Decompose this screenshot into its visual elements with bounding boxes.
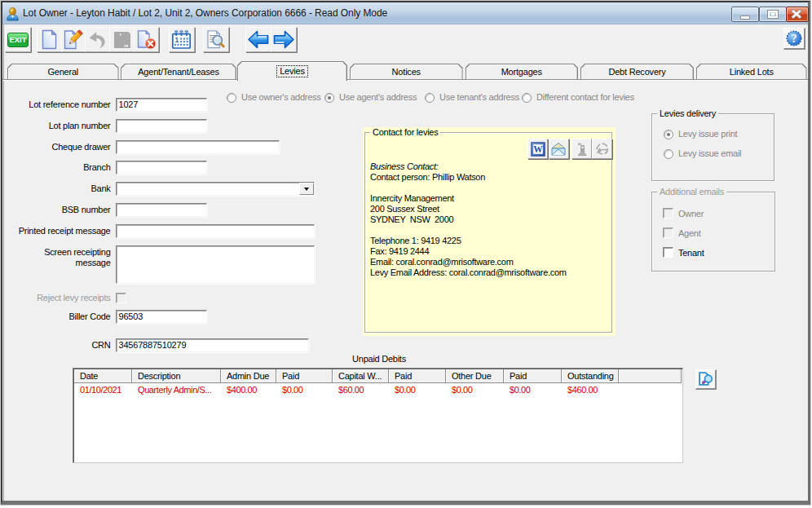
column-header-capital-works[interactable]: Capital W... [333, 369, 389, 383]
tab-general[interactable]: General [7, 64, 119, 79]
svg-text:W: W [533, 144, 543, 154]
tab-mortgages[interactable]: Mortgages [466, 64, 579, 79]
contact-details: Business Contact: Contact person: Philli… [370, 161, 610, 278]
delete-button[interactable] [134, 27, 159, 52]
column-header-other-due[interactable]: Other Due [446, 369, 504, 383]
cell-admin-due: $400.00 [221, 383, 276, 396]
new-button[interactable] [37, 27, 62, 52]
agent-checkbox[interactable] [663, 227, 673, 238]
minimize-button[interactable] [731, 7, 759, 22]
lot-plan-number-field[interactable] [116, 119, 207, 133]
edit-button[interactable] [61, 27, 86, 52]
crn-field[interactable]: 34567887510279 [116, 338, 309, 352]
previous-button[interactable] [245, 27, 271, 52]
bsb-number-field[interactable] [116, 203, 207, 217]
screen-receipting-message-field[interactable] [116, 245, 315, 284]
printed-receipt-message-field[interactable] [116, 224, 315, 238]
window-title: Lot Owner - Leyton Habit / Lot 2, Unit 2… [23, 2, 387, 24]
cell-description: Quarterly Admin/S... [132, 383, 221, 396]
tab-focus-box: Levies [276, 65, 308, 77]
biller-code-field[interactable]: 96503 [116, 310, 207, 324]
preview-button[interactable] [203, 27, 229, 52]
use-owners-address-label: Use owner's address [241, 92, 321, 102]
help-button[interactable]: ? [783, 28, 805, 50]
word-icon: W [531, 142, 545, 157]
column-header-outstanding[interactable]: Outstanding [562, 369, 619, 383]
exit-label: EXIT [7, 33, 29, 47]
lot-reference-number-field[interactable]: 1027 [116, 98, 207, 112]
exit-button[interactable]: EXIT [5, 27, 31, 52]
column-header-admin-due[interactable]: Admin Due [221, 369, 276, 383]
phone-button[interactable] [571, 139, 592, 159]
biller-code-label: Biller Code [9, 310, 111, 324]
unpaid-debits-label: Unpaid Debits [318, 354, 440, 364]
column-header-empty[interactable] [619, 369, 682, 383]
levy-issue-email-radio[interactable] [664, 149, 673, 159]
save-button[interactable] [109, 27, 135, 52]
tab-linked-lots[interactable]: Linked Lots [696, 64, 807, 79]
column-header-date[interactable]: Date [74, 369, 132, 383]
branch-label: Branch [9, 161, 111, 174]
edit-icon [64, 29, 84, 50]
cheque-drawer-field[interactable] [116, 140, 280, 154]
levies-delivery-title: Levies delivery [657, 109, 718, 118]
client-edge-line [3, 24, 4, 501]
print-preview-icon [206, 29, 226, 50]
undo-button[interactable] [85, 27, 110, 52]
contact-line: SYDNEY NSW 2000 [370, 214, 610, 225]
column-header-paid3[interactable]: Paid [504, 369, 562, 383]
column-header-paid2[interactable]: Paid [389, 369, 446, 383]
internet-button[interactable] [592, 139, 612, 159]
view-report-button[interactable] [695, 369, 717, 390]
close-button[interactable] [786, 7, 809, 22]
calendar-button[interactable]: 1 [169, 27, 195, 52]
contact-line: Contact person: Phillip Watson [370, 172, 610, 183]
tab-agent-tenant-leases[interactable]: Agent/Tenant/Leases [121, 64, 236, 79]
use-tenants-address-label: Use tenant's address [439, 92, 519, 102]
tab-notices[interactable]: Notices [350, 64, 463, 79]
bank-dropdown[interactable] [116, 182, 315, 196]
cell-date: 01/10/2021 [74, 383, 132, 396]
cell-paid3: $0.00 [504, 383, 562, 396]
use-agents-address-radio[interactable] [324, 93, 334, 103]
mail-button[interactable] [549, 139, 569, 159]
column-header-paid1[interactable]: Paid [276, 369, 333, 383]
maximize-icon-center [771, 13, 774, 15]
use-owners-address-radio[interactable] [227, 93, 236, 103]
column-header-description[interactable]: Description [132, 369, 221, 383]
different-contact-radio[interactable] [522, 93, 532, 103]
reject-levy-receipts-label: Reject levy receipts [9, 291, 111, 305]
contact-for-levies-title: Contact for levies [370, 128, 440, 137]
tab-strip-line2 [2, 80, 808, 81]
unpaid-debits-table[interactable]: Date Description Admin Due Paid Capital … [73, 368, 683, 463]
branch-field[interactable] [116, 161, 207, 174]
cell-other-due: $0.00 [446, 383, 504, 396]
save-icon [113, 30, 132, 50]
table-row[interactable]: 01/10/2021 Quarterly Admin/S... $400.00 … [74, 383, 682, 396]
bsb-number-label: BSB number [9, 203, 111, 217]
cell-capital-works: $60.00 [333, 383, 389, 396]
delete-document-icon [136, 29, 157, 50]
tab-levies[interactable]: Levies [237, 61, 347, 81]
dropdown-arrow-icon[interactable] [299, 183, 314, 195]
word-button[interactable]: W [527, 139, 548, 159]
owner-checkbox[interactable] [663, 208, 673, 219]
calendar-icon: 1 [171, 30, 192, 50]
levy-issue-print-radio[interactable] [664, 130, 673, 139]
printed-receipt-message-label: Printed receipt message [9, 224, 111, 238]
contact-line: Telephone 1: 9419 4225 [370, 236, 610, 246]
tenant-label: Tenant [678, 248, 704, 258]
levies-delivery-group [651, 113, 774, 181]
next-button[interactable] [271, 27, 297, 52]
tenant-checkbox[interactable] [663, 247, 673, 258]
reject-levy-receipts-checkbox[interactable] [116, 293, 126, 303]
contact-line: 200 Sussex Street [370, 204, 610, 214]
additional-emails-title: Additional emails [657, 188, 726, 197]
use-agents-address-label: Use agent's address [339, 92, 417, 102]
maximize-button[interactable] [759, 7, 787, 22]
lot-reference-number-label: Lot reference number [9, 98, 111, 112]
use-tenants-address-radio[interactable] [425, 93, 435, 103]
tab-debt-recovery[interactable]: Debt Recovery [580, 64, 694, 79]
crn-label: CRN [9, 338, 111, 352]
table-header-row: Date Description Admin Due Paid Capital … [74, 369, 682, 383]
